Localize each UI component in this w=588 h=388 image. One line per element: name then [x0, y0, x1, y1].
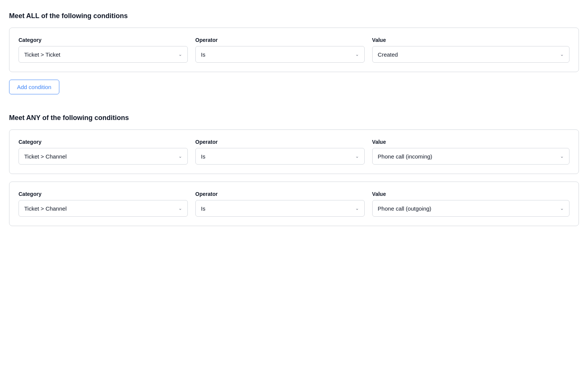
- any-2-value-col: Value Phone call (outgoing) ⌄: [372, 191, 569, 217]
- any-2-value-dropdown[interactable]: Phone call (outgoing) ⌄: [372, 200, 569, 217]
- all-section-title: Meet ALL of the following conditions: [9, 12, 579, 20]
- all-condition-box: Category Ticket > Ticket ⌄ Operator Is ⌄…: [9, 28, 579, 72]
- any-2-value-label: Value: [372, 191, 569, 197]
- any-1-operator-dropdown[interactable]: Is ⌄: [195, 148, 365, 165]
- any-2-value-chevron-icon: ⌄: [560, 206, 564, 211]
- any-condition-row-1: Category Ticket > Channel ⌄ Operator Is …: [19, 139, 569, 165]
- all-operator-dropdown[interactable]: Is ⌄: [195, 46, 365, 63]
- any-section: Meet ANY of the following conditions Cat…: [9, 114, 579, 226]
- all-value-value: Created: [378, 51, 398, 58]
- any-2-operator-value: Is: [201, 205, 206, 212]
- any-2-operator-col: Operator Is ⌄: [195, 191, 365, 217]
- any-2-category-col: Category Ticket > Channel ⌄: [19, 191, 188, 217]
- any-1-category-chevron-icon: ⌄: [178, 154, 182, 159]
- any-condition-box-2: Category Ticket > Channel ⌄ Operator Is …: [9, 182, 579, 226]
- any-1-category-label: Category: [19, 139, 188, 145]
- any-2-operator-label: Operator: [195, 191, 365, 197]
- any-1-category-value: Ticket > Channel: [24, 153, 67, 160]
- any-1-value-label: Value: [372, 139, 569, 145]
- all-operator-value: Is: [201, 51, 206, 58]
- all-section: Meet ALL of the following conditions Cat…: [9, 12, 579, 109]
- any-2-operator-chevron-icon: ⌄: [355, 206, 359, 211]
- any-1-operator-col: Operator Is ⌄: [195, 139, 365, 165]
- any-2-operator-dropdown[interactable]: Is ⌄: [195, 200, 365, 217]
- any-1-operator-value: Is: [201, 153, 206, 160]
- any-2-category-label: Category: [19, 191, 188, 197]
- any-1-value-chevron-icon: ⌄: [560, 154, 564, 159]
- all-category-dropdown[interactable]: Ticket > Ticket ⌄: [19, 46, 188, 63]
- any-1-value-value: Phone call (incoming): [378, 153, 432, 160]
- any-2-category-dropdown[interactable]: Ticket > Channel ⌄: [19, 200, 188, 217]
- all-value-label: Value: [372, 37, 569, 43]
- any-1-value-dropdown[interactable]: Phone call (incoming) ⌄: [372, 148, 569, 165]
- any-1-operator-chevron-icon: ⌄: [355, 154, 359, 159]
- any-condition-box-1: Category Ticket > Channel ⌄ Operator Is …: [9, 129, 579, 174]
- all-value-col: Value Created ⌄: [372, 37, 569, 63]
- any-condition-row-2: Category Ticket > Channel ⌄ Operator Is …: [19, 191, 569, 217]
- any-section-title: Meet ANY of the following conditions: [9, 114, 579, 122]
- all-operator-chevron-icon: ⌄: [355, 52, 359, 57]
- any-1-value-col: Value Phone call (incoming) ⌄: [372, 139, 569, 165]
- any-1-category-dropdown[interactable]: Ticket > Channel ⌄: [19, 148, 188, 165]
- all-category-col: Category Ticket > Ticket ⌄: [19, 37, 188, 63]
- any-1-operator-label: Operator: [195, 139, 365, 145]
- any-1-category-col: Category Ticket > Channel ⌄: [19, 139, 188, 165]
- any-2-category-value: Ticket > Channel: [24, 205, 67, 212]
- all-operator-label: Operator: [195, 37, 365, 43]
- any-2-category-chevron-icon: ⌄: [178, 206, 182, 211]
- all-operator-col: Operator Is ⌄: [195, 37, 365, 63]
- all-category-chevron-icon: ⌄: [178, 52, 182, 57]
- add-condition-button[interactable]: Add condition: [9, 80, 59, 94]
- all-category-label: Category: [19, 37, 188, 43]
- all-value-chevron-icon: ⌄: [560, 52, 564, 57]
- all-value-dropdown[interactable]: Created ⌄: [372, 46, 569, 63]
- any-2-value-value: Phone call (outgoing): [378, 205, 432, 212]
- all-category-value: Ticket > Ticket: [24, 51, 60, 58]
- all-condition-row: Category Ticket > Ticket ⌄ Operator Is ⌄…: [19, 37, 569, 63]
